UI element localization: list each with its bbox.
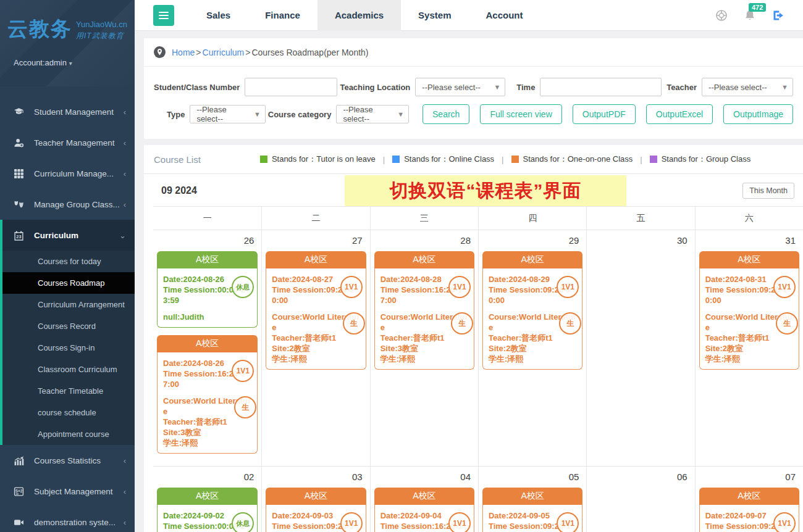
course-card[interactable]: A校区Date:2024-09-04Time Session:16:20-17:… [374,488,474,532]
course-card[interactable]: A校区Date:2024-08-29Time Session:09:20-10:… [482,251,582,370]
calendar-day-cell[interactable]: 06 [586,467,694,532]
sidebar-subitem-classroom-curriculum[interactable]: Classroom Curriculum [2,359,135,380]
chevron-left-icon: ‹ [124,487,126,496]
course-card[interactable]: A校区Date:2024-08-26Time Session:00:00-23:… [157,251,258,328]
type-select[interactable]: --Please select--▼ [190,105,265,123]
logout-icon[interactable] [772,9,784,22]
search-button[interactable]: Search [423,104,469,124]
sidebar-item-demonstration-syste[interactable]: demonstration syste...‹ [0,507,135,532]
sidebar-subitem-courses-sign-in[interactable]: Courses Sign-in [2,337,135,359]
sidebar-item-label: Student Management [34,107,124,117]
date-number: 04 [460,472,471,482]
calendar-day-cell[interactable]: 02A校区Date:2024-09-02Time Session:00:00-2… [153,467,261,532]
help-globe-icon[interactable] [715,9,728,22]
card-line: Site:2教室 [489,343,576,354]
course-card-campus: A校区 [266,488,366,505]
calendar-day-cell[interactable]: 29A校区Date:2024-08-29Time Session:09:20-1… [478,230,586,467]
sidebar-subitem-courses-roadmap[interactable]: Courses Roadmap [2,272,135,294]
sidebar-subitem-appointment-course[interactable]: Appointment course [2,423,135,445]
notifications-bell-icon[interactable]: 472 [744,9,756,22]
tab-system[interactable]: System [401,0,468,31]
calendar-day-cell[interactable]: 04A校区Date:2024-09-04Time Session:16:20-1… [370,467,478,532]
sidebar-item-curriculum[interactable]: 23Curriculum⌄ [2,220,135,251]
legend-label: Stands for：Online Class [404,154,494,165]
chevron-left-icon: ‹ [124,138,126,148]
caret-down-icon: ▼ [254,110,261,118]
caret-down-icon: ▼ [781,83,788,91]
teacher-select[interactable]: --Please select--▼ [702,78,793,96]
topbar: SalesFinanceAcademicsSystemAccount 472 [135,0,803,31]
menu-toggle-button[interactable] [153,5,174,26]
sidebar-item-curriculum-manage[interactable]: Curriculum Manage...‹ [0,158,135,189]
account-dropdown[interactable]: Account:admin ▾ [14,58,72,67]
sidebar-subitem-courses-for-today[interactable]: Courses for today [2,251,135,272]
card-badge-student: 生 [776,312,798,335]
card-line: Site:2教室 [705,343,793,354]
card-badge: 1V1 [448,512,471,532]
course-card[interactable]: A校区Date:2024-09-02Time Session:00:00-23:… [157,488,258,532]
course-category-select[interactable]: --Please select--▼ [336,105,409,123]
sidebar-item-manage-group-class[interactable]: Manage Group Class...‹ [0,189,135,220]
tab-sales[interactable]: Sales [189,0,248,31]
card-badge: 1V1 [448,276,471,298]
legend-color-swatch [650,156,657,163]
card-spacer [272,305,359,312]
sidebar-subitem-course-schedule[interactable]: course schedule [2,402,135,423]
sidebar-item-teacher-management[interactable]: Teacher Management‹ [0,127,135,158]
student-class-number-input[interactable] [245,78,337,96]
outputpdf-button[interactable]: OutputPDF [573,104,636,124]
legend-label: Stands for：One-on-one Class [523,154,633,165]
notification-badge: 472 [749,3,766,12]
breadcrumb-home-link[interactable]: Home [172,48,195,57]
legend-color-swatch [392,156,400,163]
legend-label: Stands for：Tutor is on leave [272,154,376,165]
teaching-location-select[interactable]: --Please select--▼ [415,78,505,96]
calendar-day-cell[interactable]: 26A校区Date:2024-08-26Time Session:00:00-2… [153,230,261,467]
calendar: 一二三四五六 26A校区Date:2024-08-26Time Session:… [153,206,803,532]
sidebar-item-courses-statistics[interactable]: Courses Statistics‹ [0,445,135,476]
card-badge-student: 生 [451,312,473,335]
outputimage-button[interactable]: OutputImage [723,104,793,124]
breadcrumb-curriculum-link[interactable]: Curriculum [203,48,245,57]
time-input[interactable] [540,78,662,96]
calendar-day-cell[interactable]: 28A校区Date:2024-08-28Time Session:16:20-1… [370,230,478,467]
course-card[interactable]: A校区Date:2024-09-03Time Session:09:20-10:… [266,488,366,532]
outputexcel-button[interactable]: OutputExcel [646,104,713,124]
course-card[interactable]: A校区Date:2024-08-28Time Session:16:20-17:… [374,251,474,370]
calendar-day-cell[interactable]: 07A校区Date:2024-09-07Time Session:09:20-1… [695,467,803,532]
sidebar-subitem-curriculum-arrangement[interactable]: Curriculum Arrangement [2,294,135,315]
date-number: 07 [785,472,796,482]
sidebar-item-label: Manage Group Class... [34,200,124,209]
calendar-day-cell[interactable]: 05A校区Date:2024-09-05Time Session:09:20-1… [478,467,586,532]
course-card[interactable]: A校区Date:2024-09-07Time Session:09:20-10:… [699,488,799,532]
course-card[interactable]: A校区Date:2024-08-31Time Session:09:20-10:… [699,251,799,370]
sidebar-subitem-courses-record[interactable]: Courses Record [2,315,135,337]
card-line: 学生:泽熙 [380,354,468,364]
legend-separator: | [502,155,503,164]
tab-academics[interactable]: Academics [317,0,401,31]
calendar-day-cell[interactable]: 31A校区Date:2024-08-31Time Session:09:20-1… [695,230,803,467]
sidebar-item-student-management[interactable]: Student Management‹ [0,96,135,127]
calendar-day-cell[interactable]: 27A校区Date:2024-08-27Time Session:09:20-1… [261,230,369,467]
course-card[interactable]: A校区Date:2024-08-27Time Session:09:20-10:… [266,251,366,370]
course-card[interactable]: A校区Date:2024-08-26Time Session:16:20-17:… [157,335,258,454]
legend-item: Stands for：Online Class [392,154,494,165]
sidebar-subitem-teacher-timetable[interactable]: Teacher Timetable [2,380,135,402]
card-badge: 休息 [232,512,254,532]
sidebar-item-label: Curriculum Manage... [34,169,124,178]
tab-finance[interactable]: Finance [248,0,317,31]
this-month-button[interactable]: This Month [742,183,794,199]
course-card-campus: A校区 [482,251,582,268]
chevron-left-icon: ‹ [124,169,126,178]
tab-account[interactable]: Account [468,0,540,31]
video-icon [14,517,24,528]
card-line: null:Judith [163,312,251,322]
calendar-day-cell[interactable]: 03A校区Date:2024-09-03Time Session:09:20-1… [261,467,369,532]
calendar-day-cell[interactable]: 30 [586,230,694,467]
sidebar-item-subject-management[interactable]: S+2Subject Management‹ [0,476,135,507]
course-card[interactable]: A校区Date:2024-09-05Time Session:09:20-10:… [482,488,582,532]
full-screen-view-button[interactable]: Full screen view [480,104,561,124]
sidebar-item-label: Curriculum [34,231,119,240]
svg-text:23: 23 [16,234,21,239]
breadcrumb: Home > Curriculum > Courses Roadmap(per … [144,38,803,67]
